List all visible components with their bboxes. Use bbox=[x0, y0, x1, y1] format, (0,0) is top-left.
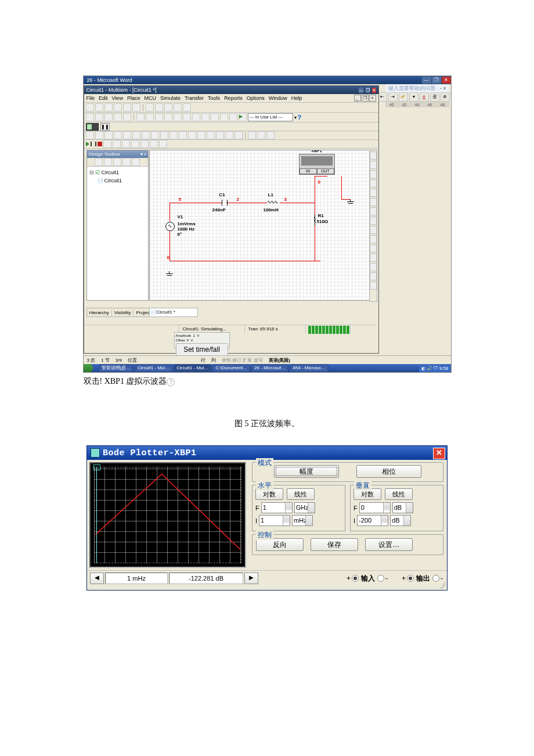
pause-button[interactable]: ❚❚ bbox=[100, 123, 110, 131]
help-icon[interactable]: ? bbox=[298, 114, 302, 121]
asian-layout-icon[interactable]: 变 bbox=[430, 92, 439, 102]
zoomout-icon[interactable] bbox=[104, 113, 113, 121]
out-plus-radio[interactable] bbox=[407, 575, 414, 582]
undo-icon[interactable] bbox=[174, 103, 182, 111]
sim-settings-icon[interactable] bbox=[113, 140, 121, 148]
advanced-icon[interactable] bbox=[197, 131, 205, 139]
v-f-unit[interactable]: dB bbox=[392, 502, 413, 513]
wattmeter-icon[interactable] bbox=[370, 170, 377, 178]
circuit-tab[interactable]: Circuit1 * bbox=[149, 308, 198, 317]
maximize-icon[interactable]: ❐ bbox=[432, 77, 441, 84]
instr5-icon[interactable] bbox=[159, 140, 167, 148]
highlight-icon[interactable]: aᵇ bbox=[399, 92, 408, 102]
schematic-canvas[interactable]: XBP1 IN OUT bbox=[149, 150, 370, 301]
maximize-icon[interactable]: ❐ bbox=[366, 88, 370, 93]
db-icon[interactable] bbox=[155, 113, 163, 121]
theme-icon[interactable]: ▾ bbox=[409, 92, 418, 102]
mixed-icon[interactable] bbox=[160, 131, 168, 139]
h-lin-button[interactable]: 线性 bbox=[287, 488, 315, 500]
misc-digital-icon[interactable] bbox=[151, 131, 159, 139]
dropdown-icon[interactable]: ▾ bbox=[294, 115, 297, 120]
run-switch[interactable] bbox=[86, 123, 99, 131]
ttl-icon[interactable] bbox=[132, 131, 140, 139]
taskbar-app-5[interactable]: 26 - Microsof… bbox=[251, 364, 288, 372]
iv-analyzer-icon[interactable] bbox=[370, 235, 377, 243]
new-icon[interactable] bbox=[86, 103, 94, 111]
taskbar-app-3[interactable]: Circuit1 - Mul… bbox=[174, 364, 211, 372]
taskbar-app-2[interactable]: Circuit1 - Mul… bbox=[135, 364, 172, 372]
ac-source[interactable]: ∿ bbox=[165, 222, 175, 231]
capacitor[interactable] bbox=[222, 200, 228, 206]
instr2-icon[interactable] bbox=[131, 140, 139, 148]
resize-grip-icon[interactable] bbox=[439, 582, 446, 589]
cursor-handle[interactable] bbox=[93, 465, 100, 470]
phase-button[interactable]: 相位 bbox=[356, 465, 421, 478]
bode-plotter-instrument[interactable]: XBP1 IN OUT bbox=[299, 154, 335, 175]
menu-options[interactable]: Options bbox=[247, 95, 265, 101]
instr3-icon[interactable] bbox=[140, 140, 149, 148]
distortion-icon[interactable] bbox=[370, 244, 377, 253]
toolbox-close-icon[interactable]: ▾ × bbox=[140, 150, 148, 158]
menu-edit[interactable]: Edit bbox=[99, 95, 108, 101]
zoomin-icon[interactable] bbox=[95, 113, 103, 121]
ultiboard-icon[interactable] bbox=[211, 113, 219, 121]
misc-icon[interactable] bbox=[188, 131, 196, 139]
taskbar-app-4[interactable]: C:\Document… bbox=[212, 364, 250, 372]
freq-counter-icon[interactable] bbox=[370, 198, 377, 206]
menu-reports[interactable]: Reports bbox=[224, 95, 243, 101]
rf-icon[interactable] bbox=[207, 131, 215, 139]
network-icon[interactable] bbox=[370, 263, 377, 271]
postproc-icon[interactable] bbox=[192, 113, 200, 121]
zoomarea-icon[interactable] bbox=[114, 113, 122, 121]
set-time-button[interactable]: Set time/fall Time bbox=[176, 343, 228, 356]
taskbar-app-1[interactable]: 安装说明(必… bbox=[99, 364, 134, 372]
cmos-icon[interactable] bbox=[142, 131, 150, 139]
play-icon[interactable] bbox=[86, 142, 89, 146]
tree-root[interactable]: ☑ Circuit1 bbox=[89, 168, 146, 177]
zoom100-icon[interactable] bbox=[123, 113, 131, 121]
open2-icon[interactable] bbox=[104, 103, 113, 111]
save-icon[interactable] bbox=[114, 103, 122, 111]
minimize-icon[interactable]: — bbox=[422, 77, 431, 84]
menu-simulate[interactable]: Simulate bbox=[160, 95, 181, 101]
close-icon[interactable]: ✕ bbox=[433, 448, 445, 459]
cursor-left-button[interactable]: ◄ bbox=[90, 573, 104, 584]
settings-button[interactable]: 设置… bbox=[365, 538, 413, 551]
menu-file[interactable]: File bbox=[86, 95, 95, 101]
analog-icon[interactable] bbox=[123, 131, 131, 139]
h-i-unit[interactable]: mHz bbox=[292, 515, 313, 526]
print-icon[interactable] bbox=[123, 103, 131, 111]
oscilloscope-icon[interactable] bbox=[370, 179, 377, 188]
cut-icon[interactable] bbox=[146, 103, 154, 111]
ladder-icon[interactable] bbox=[225, 131, 233, 139]
mdi-minimize-icon[interactable]: _ bbox=[354, 95, 361, 102]
mdi-close-icon[interactable]: × bbox=[369, 95, 376, 102]
back-icon[interactable] bbox=[229, 113, 237, 121]
bode-plotter-icon[interactable] bbox=[370, 189, 377, 197]
graph-icon[interactable] bbox=[164, 113, 172, 121]
diode-icon[interactable] bbox=[104, 131, 113, 139]
redo-icon[interactable] bbox=[183, 103, 191, 111]
spread-icon[interactable] bbox=[146, 113, 154, 121]
tab-visibility[interactable]: Visibility bbox=[112, 309, 134, 316]
comp-icon[interactable] bbox=[136, 113, 145, 121]
menu-place[interactable]: Place bbox=[127, 95, 140, 101]
indent-right-icon[interactable]: ⇥ bbox=[388, 92, 398, 102]
mdi-restore-icon[interactable]: ❐ bbox=[362, 95, 369, 102]
grid-icon[interactable]: ⊕ bbox=[441, 92, 450, 102]
cursor-right-button[interactable]: ► bbox=[244, 573, 258, 584]
v-f-value[interactable]: 0 bbox=[359, 502, 391, 513]
save-button[interactable]: 保存 bbox=[311, 538, 358, 551]
tray-icon[interactable]: 🛡 bbox=[434, 366, 438, 371]
reverse-button[interactable]: 反向 bbox=[256, 538, 304, 551]
open-icon[interactable] bbox=[95, 103, 103, 111]
v-i-unit[interactable]: dB bbox=[390, 515, 411, 526]
bode-plot-area[interactable] bbox=[89, 462, 246, 568]
preview-icon[interactable] bbox=[132, 103, 140, 111]
in-plus-radio[interactable] bbox=[352, 575, 359, 582]
probe-icon[interactable] bbox=[183, 113, 191, 121]
h-i-value[interactable]: 1 bbox=[259, 515, 290, 526]
in-use-list-dropdown[interactable]: --- In Use List --- bbox=[248, 113, 293, 121]
tb-open-icon[interactable] bbox=[104, 158, 112, 166]
out-minus-radio[interactable] bbox=[432, 575, 439, 582]
